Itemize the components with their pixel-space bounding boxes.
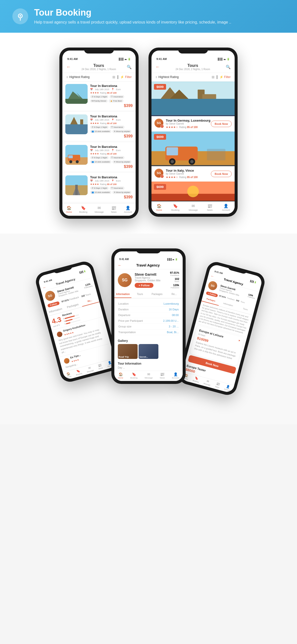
phone-left-rotated: 9:41 AM ▐▐▐ 🔋 ← Travel Agency SG Steve — [34, 259, 120, 384]
filter-bar-2: ↕ Hightest Rating ⊞ | ⚡ Filter — [151, 73, 235, 82]
header-subtitle: Help travel agency sells a travel produc… — [34, 19, 231, 25]
filter-icon: ⚡ — [120, 75, 124, 79]
search-button[interactable]: 🔍 — [127, 65, 132, 69]
news-icon: 📰 — [111, 206, 116, 210]
follow-btn-center[interactable]: + Follow — [135, 283, 153, 288]
phone-group: 9:41 AM ▐▐▐ 🔋 ← Travel Agency SG Steve — [62, 248, 235, 410]
tour-info-3: Tour In Barcelona 📅 July 19th 2015 📍 Eur… — [90, 145, 133, 169]
nav-account-2[interactable]: 👤 Account — [222, 204, 230, 211]
header-text: Tour Booking Help travel agency sells a … — [34, 8, 231, 25]
back-button[interactable]: ← — [66, 64, 71, 70]
grid-icon-2[interactable]: ⊞ — [212, 75, 215, 79]
calendar-icon-2: 📅 — [90, 119, 93, 121]
svg-point-32 — [190, 160, 194, 163]
home-icon-2: 🏠 — [157, 204, 162, 208]
price-badge-2: $699 — [154, 134, 166, 140]
nav-home-2[interactable]: 🏠 Home — [156, 204, 162, 211]
tab-information[interactable]: Information — [114, 291, 131, 298]
phone-2-notch — [178, 48, 208, 54]
tab-tours[interactable]: Tours — [131, 291, 148, 298]
card-by-2: by Steve Garrett — [166, 172, 198, 175]
gallery-item-2[interactable]: Secret... — [139, 344, 158, 359]
gallery-section: Gallery Road Trip Secret... — [114, 338, 183, 360]
section-phones-1: 9:41 AM ▐▐▐☁🔋 ← Tours 24 Dec 2018, 2 Nig… — [0, 33, 297, 234]
bottom-nav-1: 🏠 Home 🔖 Booking ✉ Message 📰 News 👤 — [62, 203, 136, 216]
card-1-container: $699 — [151, 82, 235, 116]
app-title: Tours — [81, 64, 116, 68]
svg-rect-18 — [75, 185, 78, 195]
chevron-icon: ▼ — [238, 339, 241, 342]
search-button-2[interactable]: 🔍 — [226, 65, 231, 69]
phone-1-screen: 9:41 AM ▐▐▐☁🔋 ← Tours 24 Dec 2018, 2 Nig… — [62, 50, 136, 216]
tour-title-2: Tour In Barcelona — [90, 114, 133, 118]
clock-icon: ⏱ — [92, 96, 94, 98]
svg-point-14 — [76, 160, 79, 163]
svg-point-30 — [171, 160, 174, 163]
avatar-center: SG — [118, 273, 132, 287]
card-title-1: Tour In Germay, Luxembourg — [166, 119, 210, 122]
account-icon: 👤 — [125, 206, 130, 210]
svg-point-1 — [19, 15, 21, 16]
nav-message-2[interactable]: ✉ Message — [189, 204, 198, 211]
sort-label-2: Hightest Rating — [158, 75, 179, 79]
tour-title-4: Tour In Barcelona — [90, 175, 133, 179]
stars-1: ★★★★ — [90, 92, 99, 94]
avatar-1: SG ✓ — [154, 119, 163, 128]
filter-button[interactable]: ⚡ Filter — [120, 75, 132, 79]
nav-news[interactable]: 📰 News — [111, 206, 117, 213]
nav-booking[interactable]: 🔖 Booking — [79, 206, 87, 213]
card-title-2: Tour in Italy, Vince — [166, 169, 198, 172]
gallery-item-1[interactable]: Road Trip — [118, 344, 138, 359]
grid-icon[interactable]: ⊞ — [112, 75, 115, 79]
nav-home[interactable]: 🏠 Home — [66, 206, 72, 213]
book-now-2[interactable]: Book Now — [211, 171, 232, 177]
tour-item-3[interactable]: Tour In Barcelona 📅 July 19th 2015 📍 Eur… — [62, 142, 136, 172]
tour-thumb-1 — [65, 84, 88, 104]
tour-thumb-3 — [65, 145, 88, 165]
header-banner: Tour Booking Help travel agency sells a … — [0, 0, 297, 33]
svg-rect-8 — [80, 120, 83, 124]
tour-thumb-2 — [65, 114, 88, 134]
price-badge-3: $699 — [154, 184, 166, 190]
tab-packages[interactable]: Packages — [148, 291, 166, 298]
nav-news-2[interactable]: 📰 News — [207, 204, 213, 211]
card-2-container: $699 — [151, 132, 235, 166]
back-center[interactable]: ← — [118, 263, 122, 268]
book-now-1[interactable]: Book Now — [211, 121, 232, 127]
app-title-center: Travel Agency — [136, 263, 160, 267]
beer-icon: 🍺 — [110, 100, 113, 102]
nav-booking-2[interactable]: 🔖 Booking — [171, 204, 179, 211]
nav-message[interactable]: ✉ Message — [94, 206, 104, 213]
svg-rect-12 — [68, 155, 73, 158]
tour-item-1[interactable]: Tour In Barcelona 📅 July 19th 2015 📍 Eur… — [62, 82, 136, 110]
price-badge-1: $699 — [154, 84, 166, 90]
tour-info-2: Tour In Barcelona 📅 July 19th 2015 📍 Eur… — [90, 114, 133, 138]
app-title-2: Tours — [176, 64, 210, 68]
reviewer-avatar-1 — [56, 331, 63, 338]
news-icon-2: 📰 — [207, 204, 212, 208]
tour-title-3: Tour In Barcelona — [90, 145, 133, 148]
phone-2-app-header: ← Tours 24 Dec 2018, 2 Nights, 1 Room 🔍 — [151, 62, 235, 73]
svg-rect-33 — [207, 149, 226, 160]
section-phones-2: 9:41 AM ▐▐▐ 🔋 ← Travel Agency SG Steve — [0, 234, 297, 424]
screen-left: 9:41 AM ▐▐▐ 🔋 ← Travel Agency SG Steve — [37, 263, 117, 380]
tab-reviews[interactable]: Re... — [166, 291, 183, 298]
tour-item-4[interactable]: Tour In Barcelona 📅 July 19th 2015 📍 Eur… — [62, 173, 136, 202]
booking-icon: 🔖 — [81, 206, 86, 210]
tour-item-2[interactable]: Tour In Barcelona 📅 July 19th 2015 📍 Eur… — [62, 112, 136, 141]
phone-2-screen: 9:41 AM ▐▐▐☁🔋 ← Tours 24 Dec 2018, 2 Nig… — [151, 50, 235, 214]
sort-label[interactable]: Hightest Rating — [69, 75, 90, 79]
info-section: Location Luxembourg Duration 16 Days Dep… — [114, 298, 183, 338]
location-icon: 📍 — [111, 88, 114, 91]
divider: | — [117, 75, 118, 79]
back-right[interactable]: ← — [210, 274, 215, 278]
back-button-2[interactable]: ← — [155, 64, 160, 70]
filter-button-2[interactable]: ⚡ Filter — [220, 75, 231, 79]
nav-account[interactable]: 👤 Account — [124, 206, 132, 213]
app-subtitle-2: 24 Dec 2018, 2 Nights, 1 Room — [176, 68, 210, 70]
svg-rect-28 — [167, 147, 178, 155]
stars-2: ★★★★ — [90, 122, 99, 124]
screen-right: 9:41 AM ▐▐▐ 🔋 ← Travel Agency SG Steve G… — [180, 264, 263, 393]
status-icons: ▐▐▐☁🔋 — [118, 58, 131, 60]
calendar-icon: 📅 — [90, 88, 93, 91]
